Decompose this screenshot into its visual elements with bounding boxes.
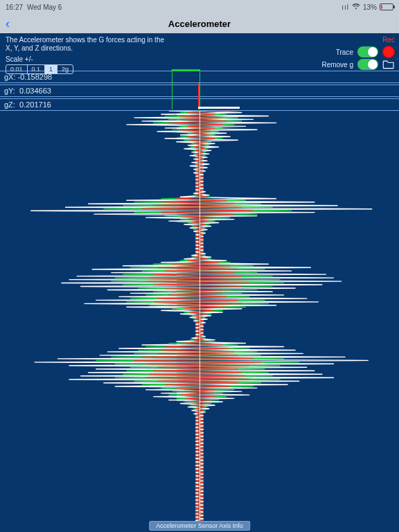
- scale-option-1[interactable]: 1: [45, 65, 57, 73]
- nav-bar: ‹ Accelerometer: [0, 14, 399, 33]
- status-date: Wed May 6: [27, 3, 62, 11]
- scale-option-0p1[interactable]: 0.1: [28, 65, 46, 73]
- signal-icon: ııl: [342, 3, 349, 11]
- plot-centerline: [200, 111, 200, 522]
- gz-reading-row: gZ: 0.201716: [0, 98, 399, 111]
- trace-plot[interactable]: [0, 111, 399, 522]
- description-text: The Accelerometer shows the G forces act…: [6, 36, 172, 53]
- gy-value: 0.034663: [19, 87, 51, 95]
- scale-option-2g[interactable]: 2g: [57, 65, 73, 73]
- wifi-icon: [352, 3, 360, 11]
- controls-panel: Rec Trace Remove g: [321, 33, 395, 71]
- trace-toggle[interactable]: [357, 46, 378, 57]
- ios-status-bar: 16:27 Wed May 6 ııl 13%: [0, 0, 399, 14]
- rec-label: Rec: [382, 36, 395, 44]
- record-button[interactable]: [382, 46, 395, 58]
- scale-option-0p01[interactable]: 0.01: [6, 65, 28, 73]
- header-panel: The Accelerometer shows the G forces act…: [0, 33, 399, 69]
- gz-value: 0.201716: [19, 100, 51, 109]
- battery-icon: [380, 3, 393, 10]
- gz-label: gZ:: [4, 100, 15, 109]
- removeg-label: Remove g: [321, 61, 353, 69]
- gy-reading-row: gY: 0.034663: [0, 85, 399, 97]
- trace-label: Trace: [336, 48, 353, 56]
- folder-icon[interactable]: [382, 60, 395, 69]
- axis-info-button[interactable]: Accelerometer Sensor Axis Info: [149, 521, 250, 531]
- status-time: 16:27: [6, 3, 23, 11]
- removeg-toggle[interactable]: [357, 59, 378, 70]
- page-title: Accelerometer: [168, 19, 231, 29]
- battery-pct: 13%: [363, 3, 377, 11]
- scale-segmented-control[interactable]: 0.010.112g: [6, 64, 73, 74]
- back-button[interactable]: ‹: [6, 17, 10, 31]
- gy-label: gY:: [4, 87, 15, 95]
